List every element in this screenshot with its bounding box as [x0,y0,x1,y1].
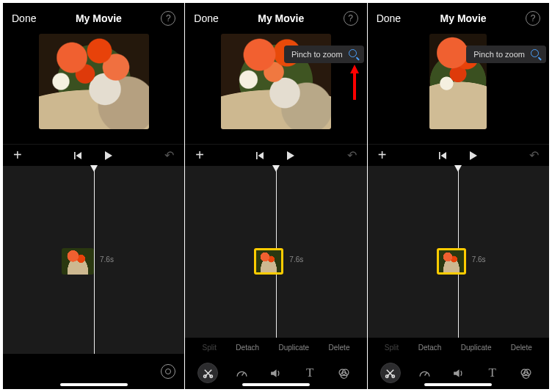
timeline[interactable]: 7.6s [368,166,549,338]
preview-area[interactable]: Pinch to zoom [368,34,549,144]
video-clip-selected[interactable] [254,248,283,275]
preview-video-frame [39,34,149,129]
done-button[interactable]: Done [377,12,401,24]
pinch-to-zoom-tip[interactable]: Pinch to zoom [284,46,364,63]
pinch-tip-label: Pinch to zoom [473,50,525,59]
video-clip[interactable] [62,248,94,275]
timeline[interactable]: 7.6s [185,166,366,338]
header: Done My Movie ? [368,3,549,34]
video-clip-selected[interactable] [437,248,466,275]
help-icon[interactable]: ? [344,11,358,26]
detach-action[interactable]: Detach [236,344,259,352]
speed-tool[interactable] [232,363,253,383]
clip-duration-label: 7.6s [472,255,486,264]
settings-icon[interactable] [161,364,175,379]
skip-start-button[interactable] [73,150,83,161]
header: Done My Movie ? [3,3,184,34]
cut-tool[interactable] [197,363,218,383]
split-action: Split [203,344,217,352]
project-title: My Movie [258,12,304,24]
screen-2: Done My Movie ? Pinch to zoom + [185,3,367,389]
transport-controls: + ↶ [3,144,184,166]
help-icon[interactable]: ? [526,11,540,26]
text-tool[interactable]: T [482,363,503,383]
add-media-button[interactable]: + [378,147,387,164]
duplicate-action[interactable]: Duplicate [461,344,492,352]
filter-tool[interactable] [334,363,355,383]
clip-duration-label: 7.6s [289,255,303,264]
text-tool[interactable]: T [299,363,320,383]
header: Done My Movie ? [185,3,366,34]
duplicate-action[interactable]: Duplicate [278,344,309,352]
undo-button[interactable]: ↶ [164,148,174,162]
preview-area[interactable] [3,34,184,144]
delete-action[interactable]: Delete [329,344,350,352]
cut-tool[interactable] [380,363,401,383]
help-icon[interactable]: ? [161,11,175,26]
screen-3: Done My Movie ? Pinch to zoom + [368,3,549,389]
screenshot-triptych: Done My Movie ? + ↶ [0,0,552,392]
split-action: Split [385,344,399,352]
pinch-to-zoom-tip[interactable]: Pinch to zoom [466,46,546,63]
delete-action[interactable]: Delete [511,344,532,352]
screen-1: Done My Movie ? + ↶ [3,3,185,389]
undo-button[interactable]: ↶ [529,148,539,162]
pinch-tip-label: Pinch to zoom [291,50,343,59]
magnifier-icon[interactable] [531,49,541,59]
skip-start-button[interactable] [255,150,265,161]
speed-tool[interactable] [414,363,435,383]
clip-action-row: Split Detach Duplicate Delete [185,338,366,357]
play-button[interactable] [467,150,479,161]
annotation-arrow [349,65,360,100]
magnifier-icon[interactable] [349,49,359,59]
clip-duration-label: 7.6s [100,255,114,264]
done-button[interactable]: Done [194,12,218,24]
home-indicator [242,383,310,386]
home-indicator [424,383,492,386]
add-media-button[interactable]: + [195,147,204,164]
play-button[interactable] [102,150,114,161]
done-button[interactable]: Done [12,12,36,24]
transport-controls: + ↶ [368,144,549,166]
play-button[interactable] [284,150,296,161]
skip-start-button[interactable] [437,150,448,161]
clip-action-row: Split Detach Duplicate Delete [368,338,549,357]
transport-controls: + ↶ [185,144,366,166]
volume-tool[interactable] [448,363,468,383]
preview-area[interactable]: Pinch to zoom [185,34,366,144]
detach-action[interactable]: Detach [418,344,442,352]
timeline[interactable]: 7.6s [3,166,184,354]
project-title: My Movie [76,12,122,24]
volume-tool[interactable] [266,363,286,383]
undo-button[interactable]: ↶ [347,148,357,162]
add-media-button[interactable]: + [13,147,22,164]
home-indicator [60,383,128,386]
filter-tool[interactable] [516,363,537,383]
project-title: My Movie [440,12,487,24]
